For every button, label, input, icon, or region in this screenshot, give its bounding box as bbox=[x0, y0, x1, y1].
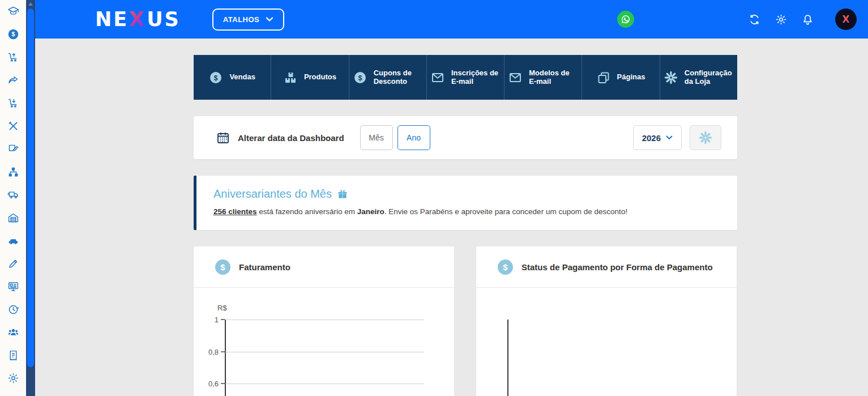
page-content: $ Vendas Produtos $ Cupons de Desconto I… bbox=[194, 39, 737, 396]
sidebar-item-warehouse[interactable] bbox=[6, 212, 20, 224]
sitemap-icon bbox=[7, 166, 19, 178]
year-value: 2026 bbox=[642, 133, 661, 143]
gear-icon bbox=[7, 372, 19, 384]
dollar-circle-icon: $ bbox=[215, 259, 230, 275]
sidebar-item-sales[interactable]: $ bbox=[6, 28, 20, 40]
y-tick-label: 1 bbox=[198, 316, 219, 324]
sidebar-item-shipping[interactable] bbox=[6, 189, 20, 201]
avatar[interactable]: X bbox=[835, 8, 857, 30]
y-tick bbox=[221, 383, 225, 384]
dollar-circle-icon: $ bbox=[353, 71, 367, 84]
birthday-message: 256 clientes está fazendo aniversário em… bbox=[213, 207, 717, 216]
bell-icon[interactable] bbox=[802, 14, 814, 25]
tab-label: Modelos de E-mail bbox=[529, 69, 578, 86]
tab-configuracao-da-loja[interactable]: Configuração da Loja bbox=[660, 55, 737, 100]
birthday-card-title-row: Aniversariantes do Mês bbox=[213, 188, 717, 201]
tab-label: Vendas bbox=[229, 73, 255, 82]
clients-count-link[interactable]: 256 clientes bbox=[213, 207, 257, 216]
gridline bbox=[225, 320, 424, 320]
sidebar-item-catalog[interactable] bbox=[6, 166, 20, 178]
scrollbar-up-arrow[interactable] bbox=[28, 2, 33, 6]
tab-inscricoes-de-email[interactable]: Inscrições de E-mail bbox=[427, 55, 504, 100]
boxes-icon bbox=[284, 71, 297, 84]
vertical-scrollbar[interactable] bbox=[26, 0, 35, 396]
sidebar-item-vehicles[interactable] bbox=[6, 235, 20, 246]
main-area: NEXUS ATALHOS X $ Vendas bbox=[35, 0, 868, 396]
gear-icon[interactable] bbox=[775, 14, 787, 25]
sidebar-item-pos[interactable] bbox=[6, 280, 20, 292]
sidebar-item-history[interactable] bbox=[6, 304, 20, 316]
shortcuts-label: ATALHOS bbox=[223, 15, 259, 24]
faturamento-card: $ Faturamento R$ 1 0,8 0,6 bbox=[194, 246, 454, 396]
y-axis-line bbox=[225, 320, 226, 396]
cart-arrow-up-icon bbox=[7, 51, 19, 63]
logo-text-x: X bbox=[129, 8, 147, 31]
y-tick bbox=[221, 319, 225, 320]
envelope-icon bbox=[431, 71, 444, 84]
module-tabbar: $ Vendas Produtos $ Cupons de Desconto I… bbox=[194, 55, 737, 100]
faturamento-card-header: $ Faturamento bbox=[194, 246, 454, 288]
sidebar-item-cart-orders[interactable] bbox=[6, 97, 20, 109]
dollar-circle-icon: $ bbox=[209, 71, 223, 84]
car-icon bbox=[7, 235, 19, 246]
share-arrow-icon bbox=[7, 74, 19, 86]
dashboard-date-bar: Alterar data da Dashboard Mês Ano 2026 bbox=[194, 116, 737, 159]
dollar-circle-icon: $ bbox=[7, 28, 19, 40]
nexus-logo: NEXUS bbox=[95, 8, 181, 31]
sidebar-item-invoices[interactable] bbox=[6, 350, 20, 361]
topbar-right-icons: X bbox=[749, 8, 857, 30]
month-toggle-button[interactable]: Mês bbox=[360, 125, 393, 150]
sidebar-item-courses[interactable] bbox=[6, 5, 20, 17]
gear-icon bbox=[699, 131, 712, 144]
dashboard-settings-button[interactable] bbox=[690, 125, 721, 150]
tab-label: Configuração da Loja bbox=[685, 69, 733, 86]
sidebar-item-settings[interactable] bbox=[6, 372, 20, 384]
birthday-month: Janeiro bbox=[357, 207, 384, 216]
tab-label: Páginas bbox=[617, 73, 645, 82]
tag-edit-icon bbox=[7, 143, 19, 155]
sidebar-item-notes[interactable] bbox=[6, 143, 20, 155]
sidebar-item-share[interactable] bbox=[6, 74, 20, 86]
envelope-icon bbox=[508, 71, 522, 84]
monitor-id-icon bbox=[7, 280, 19, 292]
delivery-truck-icon bbox=[7, 189, 19, 201]
topbar: NEXUS ATALHOS X bbox=[35, 0, 868, 39]
sidebar-item-cart-add[interactable] bbox=[6, 51, 20, 63]
y-axis-label: R$ bbox=[217, 304, 227, 312]
gridline bbox=[225, 384, 424, 384]
y-tick-label: 0,8 bbox=[198, 348, 219, 356]
tab-vendas[interactable]: $ Vendas bbox=[194, 55, 271, 100]
date-bar-label: Alterar data da Dashboard bbox=[238, 133, 344, 143]
tab-label: Cupons de Desconto bbox=[374, 69, 422, 86]
tab-modelos-de-email[interactable]: Modelos de E-mail bbox=[504, 55, 582, 100]
sidebar-item-tools[interactable] bbox=[6, 120, 20, 132]
charts-row: $ Faturamento R$ 1 0,8 0,6 bbox=[194, 246, 737, 396]
birthday-title: Aniversariantes do Mês bbox=[213, 188, 332, 201]
birthday-card: Aniversariantes do Mês 256 clientes está… bbox=[194, 176, 737, 230]
whatsapp-icon[interactable] bbox=[617, 11, 634, 28]
year-select-dropdown[interactable]: 2026 bbox=[633, 125, 682, 150]
status-pagamento-chart bbox=[476, 288, 737, 396]
scrollbar-thumb[interactable] bbox=[27, 8, 34, 367]
sidebar-item-customers[interactable] bbox=[6, 326, 20, 338]
shortcuts-dropdown-button[interactable]: ATALHOS bbox=[212, 8, 284, 31]
tab-produtos[interactable]: Produtos bbox=[271, 55, 349, 100]
pages-icon bbox=[597, 71, 610, 84]
tools-icon bbox=[7, 120, 19, 132]
year-toggle-button[interactable]: Ano bbox=[397, 125, 430, 150]
dollar-circle-icon: $ bbox=[498, 259, 513, 275]
logo-text-post: US bbox=[147, 8, 181, 31]
svg-text:$: $ bbox=[214, 74, 218, 82]
invoice-dollar-icon bbox=[7, 350, 19, 361]
sidebar-item-edit[interactable] bbox=[6, 258, 20, 270]
y-tick bbox=[221, 351, 225, 352]
chevron-down-icon bbox=[666, 135, 673, 140]
y-tick-label: 0,6 bbox=[198, 380, 219, 388]
status-pagamento-card: $ Status de Pagamento por Forma de Pagam… bbox=[476, 246, 737, 396]
refresh-icon[interactable] bbox=[749, 14, 760, 25]
tab-cupons-de-desconto[interactable]: $ Cupons de Desconto bbox=[349, 55, 427, 100]
avatar-letter: X bbox=[842, 14, 849, 25]
clock-history-icon bbox=[7, 304, 19, 316]
tab-paginas[interactable]: Páginas bbox=[582, 55, 660, 100]
calendar-icon bbox=[216, 131, 230, 144]
